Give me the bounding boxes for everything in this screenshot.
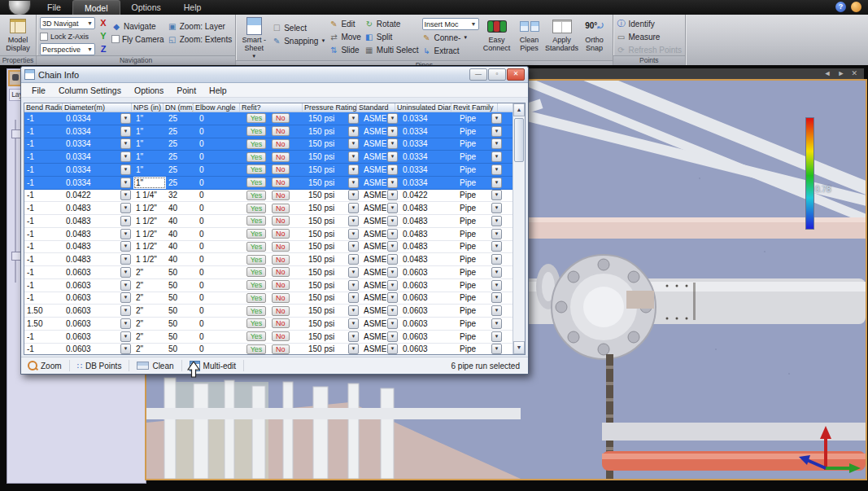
cell-nps[interactable]: 2" (133, 292, 166, 305)
table-row[interactable]: -1 0.0483▼ 1 1/2" 40 0 Yes No 150 psi▼ A… (24, 253, 513, 266)
approved-no-button[interactable]: No (272, 191, 290, 200)
cell-nps[interactable]: 1" (133, 151, 166, 163)
dropdown-button[interactable]: ▼ (387, 305, 398, 316)
cell-revit-family[interactable]: Pipe▼ (457, 125, 504, 138)
dropdown-button[interactable]: ▼ (348, 138, 359, 149)
dropdown-button[interactable]: ▼ (120, 305, 131, 316)
col-revit-family[interactable]: Revit Family (451, 103, 498, 112)
dropdown-button[interactable]: ▼ (387, 280, 398, 291)
cell-elbow-angle[interactable]: 0 (197, 266, 244, 278)
dropdown-button[interactable]: ▼ (491, 216, 502, 226)
table-row[interactable]: -1 0.0334▼ 1" 25 0 Yes No 150 psi▼ ASME▼… (24, 138, 513, 151)
table-row[interactable]: -1 0.0603▼ 2" 50 0 Yes No 150 psi▼ ASME▼… (24, 344, 513, 355)
refit-yes-button[interactable]: Yes (246, 242, 267, 252)
col-elbow-angle[interactable]: Elbow Angle (194, 103, 240, 112)
cell-nps[interactable]: 1 1/4" (133, 190, 166, 202)
table-row[interactable]: 1.50 0.0603▼ 2" 50 0 Yes No 150 psi▼ ASM… (24, 305, 513, 318)
cell-elbow-angle[interactable]: 0 (197, 331, 244, 343)
cell-pressure-rating[interactable]: 150 psi▼ (306, 344, 361, 355)
cell-diameter[interactable]: 0.0483▼ (63, 241, 133, 253)
col-refit[interactable]: Refit? (240, 103, 303, 112)
table-row[interactable]: -1 0.0483▼ 1 1/2" 40 0 Yes No 150 psi▼ A… (24, 215, 513, 228)
cell-revit-family[interactable]: Pipe▼ (457, 177, 504, 189)
cell-diameter[interactable]: 0.0422▼ (63, 190, 133, 202)
dropdown-button[interactable]: ▼ (120, 138, 131, 149)
cell-diameter[interactable]: 0.0334▼ (63, 177, 133, 189)
dropdown-button[interactable]: ▼ (491, 164, 502, 175)
cell-uninsulated-diam[interactable]: 0.0483 (400, 215, 457, 227)
refit-yes-button[interactable]: Yes (246, 267, 267, 277)
dropdown-button[interactable]: ▼ (491, 203, 502, 213)
cell-standard[interactable]: ASME▼ (361, 228, 400, 240)
cell-nps[interactable]: 1 1/2" (133, 202, 166, 214)
cell-bend-radius[interactable]: -1 (24, 112, 63, 125)
navigate-button[interactable]: ◆Navigate (111, 20, 164, 32)
dropdown-button[interactable]: ▼ (387, 126, 398, 137)
refit-yes-button[interactable]: Yes (246, 164, 267, 174)
cell-bend-radius[interactable]: -1 (24, 279, 63, 292)
refit-yes-button[interactable]: Yes (246, 229, 267, 239)
cell-pressure-rating[interactable]: 150 psi▼ (306, 318, 361, 330)
cell-standard[interactable]: ASME▼ (361, 292, 400, 305)
col-bend-radius[interactable]: Bend Radius (24, 103, 63, 112)
dropdown-button[interactable]: ▼ (348, 292, 359, 303)
cell-nps[interactable]: 2" (133, 279, 166, 292)
next-view-icon[interactable]: ► (838, 68, 845, 79)
cell-bend-radius[interactable]: 1.50 (24, 318, 63, 330)
refit-yes-button[interactable]: Yes (246, 216, 267, 226)
cell-standard[interactable]: ASME▼ (361, 344, 400, 355)
cell-standard[interactable]: ASME▼ (361, 279, 400, 292)
prev-view-icon[interactable]: ◄ (824, 68, 831, 79)
dropdown-button[interactable]: ▼ (120, 292, 131, 303)
cell-uninsulated-diam[interactable]: 0.0334 (400, 125, 457, 138)
cell-diameter[interactable]: 0.0334▼ (63, 138, 133, 151)
cell-dn[interactable]: 25 (166, 151, 197, 163)
cell-standard[interactable]: ASME▼ (361, 177, 400, 189)
cell-uninsulated-diam[interactable]: 0.0334 (400, 138, 457, 151)
col-standard[interactable]: Standard (357, 103, 395, 112)
cell-diameter[interactable]: 0.0603▼ (63, 344, 133, 355)
cell-standard[interactable]: ASME▼ (361, 202, 400, 214)
dropdown-button[interactable]: ▼ (120, 254, 131, 265)
cell-dn[interactable]: 40 (166, 253, 197, 265)
cell-nps[interactable]: 2" (133, 305, 166, 317)
approved-no-button[interactable]: No (272, 126, 290, 136)
menu-point[interactable]: Point (171, 85, 202, 96)
cell-pressure-rating[interactable]: 150 psi▼ (306, 292, 361, 305)
cell-elbow-angle[interactable]: 0 (197, 305, 244, 317)
edit-button[interactable]: ✎Edit (329, 18, 360, 29)
insert-model-dropdown[interactable]: Insert Moc▼ (422, 18, 479, 30)
cell-uninsulated-diam[interactable]: 0.0334 (400, 177, 457, 189)
dropdown-button[interactable]: ▼ (348, 318, 359, 329)
zoom-extents-button[interactable]: ◱Zoom: Extents (168, 33, 232, 45)
approved-no-button[interactable]: No (272, 139, 290, 149)
cell-pressure-rating[interactable]: 150 psi▼ (306, 177, 361, 189)
approved-no-button[interactable]: No (272, 331, 290, 341)
select-button[interactable]: ☐Select (272, 22, 325, 33)
cell-revit-family[interactable]: Pipe▼ (457, 228, 504, 240)
cell-revit-family[interactable]: Pipe▼ (457, 292, 504, 305)
approved-no-button[interactable]: No (272, 255, 290, 265)
ortho-snap-button[interactable]: 90°⤾ Ortho Snap (580, 17, 609, 52)
table-scrollbar[interactable]: ▲ ▼ (513, 103, 525, 354)
cell-uninsulated-diam[interactable]: 0.0603 (400, 292, 457, 305)
cell-dn[interactable]: 50 (166, 279, 197, 292)
dropdown-button[interactable]: ▼ (348, 344, 359, 354)
axis-y-button[interactable]: Y (98, 30, 108, 42)
cell-standard[interactable]: ASME▼ (361, 215, 400, 227)
dropdown-button[interactable]: ▼ (387, 178, 398, 188)
approved-no-button[interactable]: No (272, 204, 290, 213)
cell-bend-radius[interactable]: -1 (24, 344, 63, 355)
cell-dn[interactable]: 25 (166, 164, 197, 176)
dropdown-button[interactable]: ▼ (348, 190, 359, 200)
refit-yes-button[interactable]: Yes (246, 113, 267, 123)
table-row[interactable]: -1 0.0483▼ 1 1/2" 40 0 Yes No 150 psi▼ A… (24, 241, 513, 254)
axis-z-button[interactable]: Z (98, 43, 108, 55)
dropdown-button[interactable]: ▼ (120, 190, 131, 200)
cell-elbow-angle[interactable]: 0 (197, 177, 244, 189)
smart-sheet-button[interactable]: Smart - Sheet▼ (239, 17, 268, 60)
menu-column-settings[interactable]: Column Settings (53, 85, 127, 96)
cell-revit-family[interactable]: Pipe▼ (457, 241, 504, 253)
cell-uninsulated-diam[interactable]: 0.0603 (400, 318, 457, 330)
slide-button[interactable]: ⇅Slide (329, 44, 360, 55)
